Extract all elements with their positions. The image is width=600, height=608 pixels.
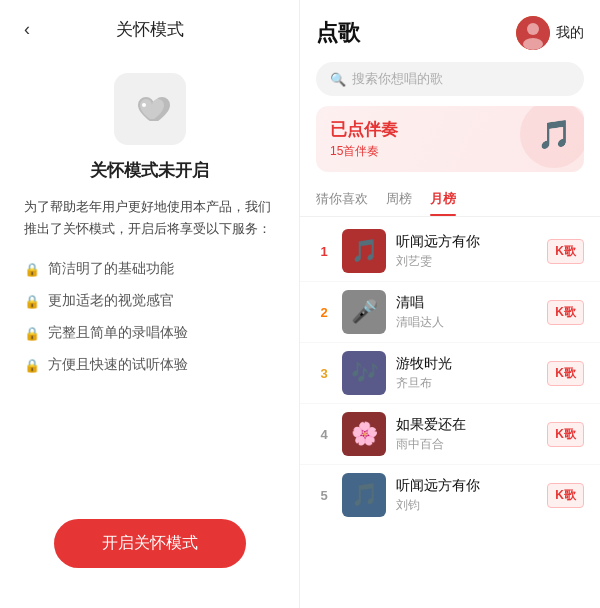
- song-name: 如果爱还在: [396, 416, 537, 434]
- search-input-placeholder: 搜索你想唱的歌: [352, 70, 443, 88]
- song-artist: 刘艺雯: [396, 253, 537, 270]
- lock-icon: 🔒: [24, 262, 40, 277]
- song-info: 听闻远方有你 刘钧: [396, 477, 537, 514]
- song-artist: 刘钧: [396, 497, 537, 514]
- back-button[interactable]: ‹: [24, 19, 30, 40]
- song-list: 1 🎵 听闻远方有你 刘艺雯 K歌 2 🎤 清唱 清唱达人 K歌 3 🎶 游牧时…: [300, 221, 600, 608]
- song-info: 游牧时光 齐旦布: [396, 355, 537, 392]
- feature-list: 🔒简洁明了的基础功能🔒更加适老的视觉感官🔒完整且简单的录唱体验🔒方便且快速的试听…: [24, 260, 275, 374]
- song-thumbnail: 🌸: [342, 412, 386, 456]
- tab-周榜[interactable]: 周榜: [386, 182, 412, 216]
- feature-item: 🔒方便且快速的试听体验: [24, 356, 275, 374]
- search-icon: 🔍: [330, 72, 346, 87]
- care-status-title: 关怀模式未开启: [90, 159, 209, 182]
- song-info: 清唱 清唱达人: [396, 294, 537, 331]
- ordered-songs-banner[interactable]: 已点伴奏 15首伴奏 🎵: [316, 106, 584, 172]
- care-mode-icon: [114, 73, 186, 145]
- tab-月榜[interactable]: 月榜: [430, 182, 456, 216]
- song-name: 听闻远方有你: [396, 477, 537, 495]
- lock-icon: 🔒: [24, 294, 40, 309]
- tab-猜你喜欢[interactable]: 猜你喜欢: [316, 182, 368, 216]
- song-name: 游牧时光: [396, 355, 537, 373]
- lock-icon: 🔒: [24, 326, 40, 341]
- song-list-item[interactable]: 1 🎵 听闻远方有你 刘艺雯 K歌: [300, 221, 600, 281]
- song-info: 听闻远方有你 刘艺雯: [396, 233, 537, 270]
- song-rank: 2: [316, 305, 332, 320]
- song-request-panel: 点歌 我的 🔍 搜索你想唱的歌 已点伴奏 15首伴奏 🎵 猜你喜欢周榜月榜 1: [300, 0, 600, 608]
- banner-title: 已点伴奏: [330, 118, 398, 141]
- song-thumbnail: 🎶: [342, 351, 386, 395]
- song-list-item[interactable]: 3 🎶 游牧时光 齐旦布 K歌: [300, 342, 600, 403]
- care-description: 为了帮助老年用户更好地使用本产品，我们推出了关怀模式，开启后将享受以下服务：: [24, 196, 275, 240]
- banner-subtitle: 15首伴奏: [330, 143, 398, 160]
- k-song-button[interactable]: K歌: [547, 361, 584, 386]
- enable-care-mode-button[interactable]: 开启关怀模式: [54, 519, 246, 568]
- song-artist: 雨中百合: [396, 436, 537, 453]
- feature-item: 🔒简洁明了的基础功能: [24, 260, 275, 278]
- song-artist: 清唱达人: [396, 314, 537, 331]
- song-info: 如果爱还在 雨中百合: [396, 416, 537, 453]
- banner-content: 已点伴奏 15首伴奏: [330, 118, 398, 160]
- left-header: ‹ 关怀模式: [24, 0, 275, 53]
- k-song-button[interactable]: K歌: [547, 239, 584, 264]
- svg-point-3: [523, 38, 543, 50]
- song-rank: 3: [316, 366, 332, 381]
- song-thumbnail: 🎤: [342, 290, 386, 334]
- song-name: 清唱: [396, 294, 537, 312]
- feature-item: 🔒更加适老的视觉感官: [24, 292, 275, 310]
- page-title: 关怀模式: [24, 18, 275, 41]
- lock-icon: 🔒: [24, 358, 40, 373]
- svg-point-0: [142, 103, 146, 107]
- song-rank: 1: [316, 244, 332, 259]
- k-song-button[interactable]: K歌: [547, 483, 584, 508]
- search-bar[interactable]: 🔍 搜索你想唱的歌: [316, 62, 584, 96]
- tabs-row: 猜你喜欢周榜月榜: [300, 182, 600, 217]
- song-rank: 5: [316, 488, 332, 503]
- right-panel-title: 点歌: [316, 18, 360, 48]
- song-thumbnail: 🎵: [342, 229, 386, 273]
- feature-item: 🔒完整且简单的录唱体验: [24, 324, 275, 342]
- avatar: [516, 16, 550, 50]
- banner-decoration: 🎵: [520, 106, 584, 168]
- right-header: 点歌 我的: [300, 0, 600, 58]
- song-artist: 齐旦布: [396, 375, 537, 392]
- k-song-button[interactable]: K歌: [547, 300, 584, 325]
- song-list-item[interactable]: 5 🎵 听闻远方有你 刘钧 K歌: [300, 464, 600, 525]
- song-thumbnail: 🎵: [342, 473, 386, 517]
- song-name: 听闻远方有你: [396, 233, 537, 251]
- profile-label: 我的: [556, 24, 584, 42]
- song-list-item[interactable]: 2 🎤 清唱 清唱达人 K歌: [300, 281, 600, 342]
- svg-point-2: [527, 23, 539, 35]
- k-song-button[interactable]: K歌: [547, 422, 584, 447]
- profile-button[interactable]: 我的: [516, 16, 584, 50]
- song-list-item[interactable]: 4 🌸 如果爱还在 雨中百合 K歌: [300, 403, 600, 464]
- song-rank: 4: [316, 427, 332, 442]
- care-mode-panel: ‹ 关怀模式 关怀模式未开启 为了帮助老年用户更好地使用本产品，我们推出了关怀模…: [0, 0, 300, 608]
